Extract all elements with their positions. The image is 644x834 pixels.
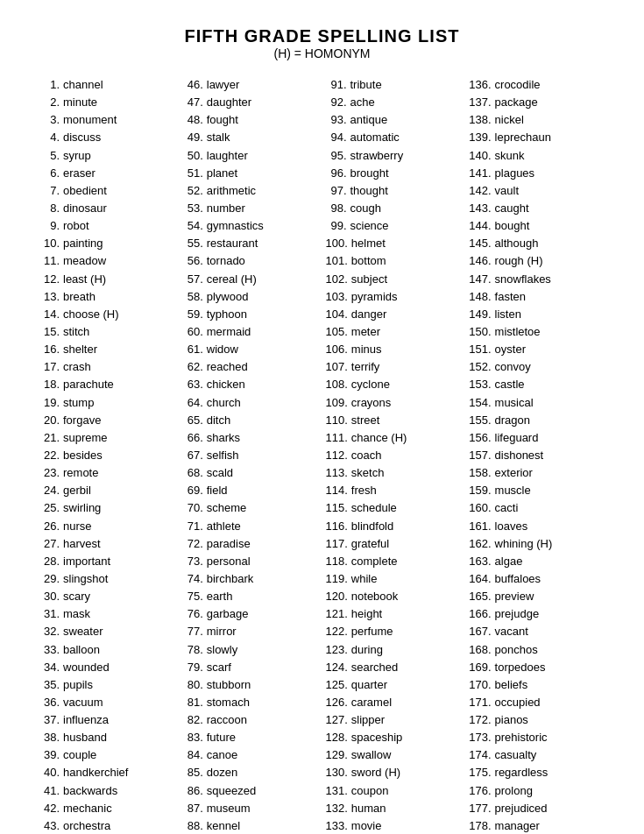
word-text: forgave — [63, 412, 175, 429]
word-text: blindfold — [351, 518, 462, 535]
list-item: 41.backwards — [39, 782, 175, 800]
word-number: 27. — [39, 535, 63, 553]
list-item: 39.couple — [39, 746, 175, 764]
column-1: 1.channel2.minute3.monument4.discuss5.sy… — [35, 76, 179, 834]
word-number: 23. — [39, 464, 63, 482]
list-item: 114.fresh — [326, 482, 463, 499]
list-item: 103.pyramids — [326, 288, 463, 306]
list-item: 116.blindfold — [326, 518, 463, 535]
word-number: 30. — [39, 588, 63, 605]
word-number: 29. — [39, 570, 63, 588]
column-4: 136.crocodile137.package138.nickel139.le… — [465, 76, 609, 834]
list-item: 150.mistletoe — [469, 323, 605, 341]
list-item: 78.slowly — [182, 641, 319, 659]
word-text: searched — [351, 659, 462, 676]
word-text: shelter — [63, 341, 175, 358]
word-text: sword (H) — [351, 764, 462, 781]
word-text: besides — [63, 447, 175, 464]
list-item: 11.meadow — [39, 252, 175, 270]
word-text: automatic — [350, 129, 463, 146]
word-number: 110. — [326, 412, 351, 429]
word-number: 47. — [182, 94, 207, 111]
list-item: 61.widow — [182, 341, 319, 358]
word-text: parachute — [63, 376, 175, 393]
word-number: 148. — [469, 288, 494, 306]
list-item: 111.chance (H) — [326, 429, 463, 447]
list-item: 162.whining (H) — [469, 535, 605, 553]
list-item: 140.skunk — [469, 147, 605, 165]
word-number: 37. — [39, 711, 63, 729]
word-text: muscle — [495, 482, 605, 499]
list-item: 137.package — [469, 94, 605, 111]
list-item: 122.perfume — [326, 623, 463, 640]
word-text: stump — [63, 394, 175, 412]
word-text: channel — [63, 76, 175, 94]
word-number: 129. — [326, 746, 351, 764]
word-number: 103. — [326, 288, 351, 306]
list-item: 107.terrify — [326, 358, 463, 376]
word-text: grateful — [351, 535, 462, 553]
word-text: bought — [495, 217, 605, 235]
list-item: 120.notebook — [326, 588, 463, 605]
list-item: 127.slipper — [326, 711, 463, 729]
word-number: 33. — [39, 641, 63, 659]
word-number: 81. — [182, 694, 207, 711]
column-3: 91.tribute92.ache93.antique94.automatic9… — [322, 76, 466, 834]
list-item: 131.coupon — [326, 782, 463, 800]
word-text: harvest — [63, 535, 175, 553]
word-text: wounded — [63, 659, 175, 676]
word-number: 161. — [469, 518, 494, 535]
word-text: ponchos — [495, 641, 605, 659]
list-item: 172.pianos — [469, 711, 605, 729]
list-item: 28.important — [39, 553, 175, 570]
word-text: rough (H) — [495, 252, 605, 270]
word-number: 59. — [182, 306, 207, 323]
word-number: 173. — [469, 729, 494, 746]
list-item: 16.shelter — [39, 341, 175, 358]
word-text: cough — [350, 200, 463, 217]
list-item: 106.minus — [326, 341, 463, 358]
word-text: planet — [207, 165, 319, 182]
word-text: future — [207, 729, 319, 746]
word-text: notebook — [351, 588, 462, 605]
list-item: 18.parachute — [39, 376, 175, 393]
list-item: 99.science — [326, 217, 463, 235]
list-item: 104.danger — [326, 306, 463, 323]
list-item: 71.athlete — [182, 518, 319, 535]
word-number: 111. — [326, 429, 351, 447]
word-text: minute — [63, 94, 175, 111]
word-text: subject — [351, 271, 462, 288]
word-number: 159. — [469, 482, 494, 499]
list-item: 110.street — [326, 412, 463, 429]
list-item: 9.robot — [39, 217, 175, 235]
list-item: 50.laughter — [182, 147, 319, 165]
word-text: convoy — [495, 358, 605, 376]
word-number: 155. — [469, 412, 494, 429]
list-item: 36.vacuum — [39, 694, 175, 711]
word-text: dozen — [207, 764, 319, 781]
word-number: 79. — [182, 659, 207, 676]
word-text: occupied — [495, 694, 605, 711]
word-number: 20. — [39, 412, 63, 429]
word-number: 137. — [469, 94, 494, 111]
word-number: 147. — [469, 271, 494, 288]
word-number: 46. — [182, 76, 207, 94]
word-text: street — [351, 412, 462, 429]
list-item: 157.dishonest — [469, 447, 605, 464]
list-item: 136.crocodile — [469, 76, 605, 94]
list-item: 56.tornado — [182, 252, 319, 270]
list-item: 91.tribute — [326, 76, 463, 94]
word-text: mirror — [207, 623, 319, 640]
word-number: 121. — [326, 605, 351, 623]
word-text: monument — [63, 111, 175, 129]
word-text: swirling — [63, 499, 175, 517]
word-number: 66. — [182, 429, 207, 447]
list-item: 75.earth — [182, 588, 319, 605]
word-text: stitch — [63, 323, 175, 341]
word-text: choose (H) — [63, 306, 175, 323]
word-number: 154. — [469, 394, 494, 412]
list-item: 97.thought — [326, 182, 463, 200]
list-item: 17.crash — [39, 358, 175, 376]
word-text: crayons — [351, 394, 462, 412]
word-number: 17. — [39, 358, 63, 376]
